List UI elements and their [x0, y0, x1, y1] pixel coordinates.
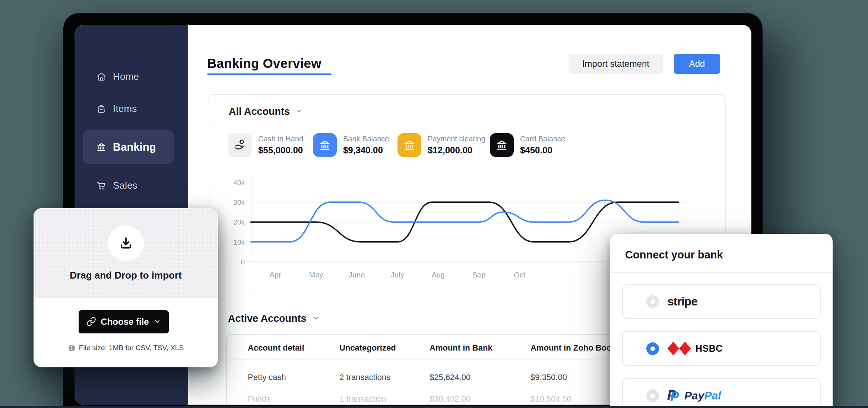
title-underline	[207, 73, 332, 75]
paypal-logo: PP	[667, 387, 681, 404]
svg-text:10k: 10k	[233, 238, 245, 246]
hand-coin-icon	[228, 133, 252, 157]
stat-bank-balance: Bank Balance$9,340.00	[313, 133, 389, 157]
svg-text:30k: 30k	[233, 198, 245, 206]
download-icon	[108, 225, 144, 261]
chevron-down-icon	[153, 318, 161, 326]
bottom-edge-strip	[0, 406, 868, 408]
table-cell: $25,624.00	[430, 373, 471, 382]
bag-icon	[96, 103, 107, 114]
stat-value: $55,000.00	[258, 145, 303, 156]
table-cell: Funds	[248, 394, 270, 404]
import-statement-card: Drag and Drop to import Choose file File…	[34, 208, 218, 367]
stat-label: Card Balance	[520, 135, 565, 143]
svg-text:0: 0	[241, 258, 245, 266]
home-icon	[96, 71, 107, 82]
sidebar-item-label: Banking	[113, 141, 156, 153]
svg-text:20k: 20k	[233, 218, 245, 226]
stat-card-balance: Card Balance$450.00	[490, 133, 565, 157]
chevron-down-icon	[312, 314, 320, 324]
page-title: Banking Overview	[207, 56, 321, 71]
table-header-4: Amount in Zoho Books	[530, 343, 621, 353]
table-cell: 2 transactions	[339, 373, 390, 382]
svg-text:June: June	[349, 271, 365, 279]
paypal-wordmark: PayPal	[684, 389, 721, 402]
file-hint-text: File size: 1MB for CSV, TSV, XLS	[79, 344, 184, 352]
svg-text:Apr: Apr	[269, 271, 281, 279]
svg-text:Aug: Aug	[431, 271, 445, 279]
sidebar-item-banking[interactable]: Banking	[83, 130, 174, 164]
bank-icon	[313, 133, 337, 157]
table-cell: Petty cash	[248, 373, 286, 382]
radio-hsbc[interactable]	[646, 342, 659, 355]
svg-text:40k: 40k	[233, 179, 245, 186]
table-cell: $30,402.00	[430, 394, 471, 404]
import-statement-button[interactable]: Import statement	[568, 54, 663, 74]
connect-bank-title: Connect your bank	[625, 249, 723, 261]
bank-option-paypal[interactable]: PPPayPal	[622, 378, 821, 408]
chevron-down-icon	[295, 107, 303, 117]
hsbc-wordmark: HSBC	[696, 343, 723, 354]
svg-text:Sep: Sep	[472, 271, 486, 279]
stat-value: $9,340.00	[343, 145, 389, 156]
choose-file-label: Choose file	[101, 317, 149, 327]
svg-text:Oct: Oct	[514, 271, 526, 279]
bank-icon	[490, 133, 514, 157]
info-icon	[68, 344, 76, 352]
all-accounts-label: All Accounts	[229, 106, 290, 117]
marketing-backdrop: HomeItemsBankingSales Banking Overview I…	[0, 0, 868, 408]
stat-cash-in-hand: Cash in Hand$55,000.00	[228, 133, 303, 157]
sidebar-item-label: Sales	[113, 180, 137, 191]
choose-file-button[interactable]: Choose file	[79, 310, 169, 333]
svg-text:May: May	[309, 271, 323, 279]
svg-text:July: July	[391, 271, 404, 279]
add-button[interactable]: Add	[674, 54, 720, 74]
hsbc-logo	[667, 342, 691, 355]
radio-stripe[interactable]	[646, 295, 659, 308]
stripe-logo: stripe	[667, 295, 697, 308]
sidebar-item-label: Home	[113, 71, 139, 82]
table-header-3: Amount in Bank	[430, 343, 492, 353]
stat-value: $12,000.00	[428, 145, 485, 156]
drag-drop-label: Drag and Drop to import	[34, 270, 218, 281]
table-cell: $10,504.00	[530, 394, 571, 404]
all-accounts-dropdown[interactable]: All Accounts	[229, 106, 303, 117]
stat-label: Bank Balance	[343, 135, 389, 143]
stat-label: Payment clearing	[428, 135, 485, 143]
radio-paypal[interactable]	[646, 389, 659, 402]
sidebar-item-items[interactable]: Items	[75, 98, 188, 119]
active-accounts-dropdown[interactable]: Active Accounts	[228, 313, 320, 324]
table-header-2: Uncategorized	[339, 343, 396, 353]
cart-icon	[96, 180, 107, 191]
bank-option-hsbc[interactable]: HSBC	[622, 331, 821, 366]
divider	[610, 272, 833, 273]
bank-icon	[96, 141, 107, 153]
table-cell: 1 transaction	[339, 394, 386, 404]
sidebar-item-label: Items	[113, 103, 137, 114]
bank-option-stripe[interactable]: stripe	[622, 284, 821, 319]
stat-label: Cash in Hand	[258, 135, 303, 143]
stat-value: $450.00	[520, 145, 565, 156]
drag-drop-zone[interactable]: Drag and Drop to import	[34, 208, 218, 298]
table-cell: $9,350.00	[530, 373, 567, 382]
bank-icon	[397, 133, 421, 157]
connect-bank-card: Connect your bank stripeHSBCPPPayPal	[610, 234, 833, 408]
divider	[209, 128, 725, 128]
link-icon	[86, 317, 96, 327]
table-header-1: Account detail	[248, 343, 304, 353]
file-hint: File size: 1MB for CSV, TSV, XLS	[34, 344, 218, 352]
sidebar-item-sales[interactable]: Sales	[75, 175, 188, 196]
sidebar-item-home[interactable]: Home	[75, 66, 188, 87]
active-accounts-label: Active Accounts	[228, 313, 307, 324]
stat-payment-clearing: Payment clearing$12,000.00	[397, 133, 485, 157]
